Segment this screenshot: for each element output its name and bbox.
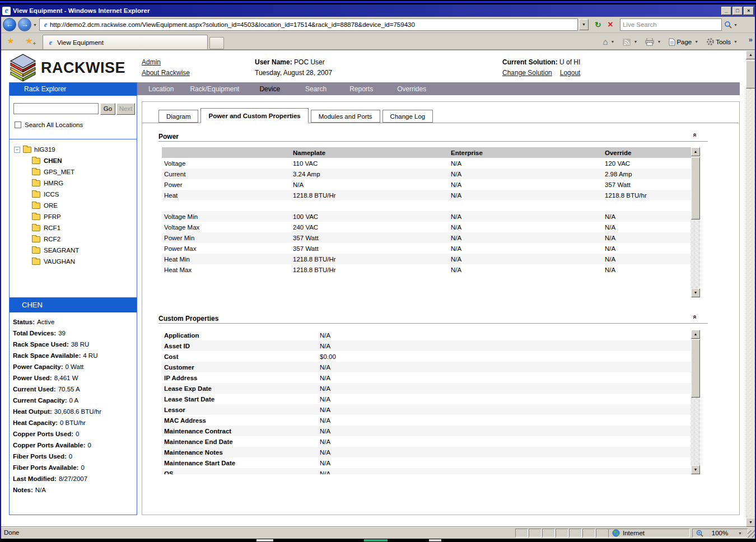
custom-property-row: Lease Exp DateN/A <box>162 383 691 394</box>
change-solution-link[interactable]: Change Solution <box>502 69 552 77</box>
custom-scrollbar[interactable]: ▲ ▼ <box>691 330 700 474</box>
power-scrollbar[interactable]: ▲ ▼ <box>691 147 700 297</box>
detail-tab[interactable]: Power and Custom Properties <box>200 108 308 123</box>
scroll-thumb[interactable] <box>691 157 700 219</box>
next-button[interactable]: Next <box>116 103 135 115</box>
custom-property-row: MAC AddressN/A <box>162 415 691 426</box>
tree-item[interactable]: GPS_MET <box>10 166 137 177</box>
tree-item[interactable]: HMRG <box>10 177 137 189</box>
rack-property: Rack Space Used:38 RU <box>13 339 133 350</box>
zoom-dropdown-icon[interactable]: ▼ <box>738 531 742 535</box>
folder-icon <box>32 225 40 231</box>
rack-property: Status:Active <box>13 316 133 328</box>
forward-button[interactable]: → <box>18 18 31 31</box>
browser-window: e View Equipment - Windows Internet Expl… <box>0 0 756 542</box>
rack-property: Notes:N/A <box>13 484 133 496</box>
tree-item[interactable]: ORE <box>10 200 137 211</box>
page-dropdown-icon[interactable]: ▼ <box>694 40 698 44</box>
scroll-up-icon[interactable]: ▲ <box>691 147 700 156</box>
folder-icon <box>32 169 40 175</box>
search-options-icon[interactable]: ▼ <box>734 23 738 27</box>
user-name-value: POC User <box>294 58 325 66</box>
history-dropdown-icon[interactable]: ▼ <box>33 23 37 27</box>
power-row: Heat Min1218.8 BTU/HrN/AN/A <box>162 254 691 264</box>
tree-item[interactable]: RCF2 <box>10 233 137 245</box>
detail-tab[interactable]: Modules and Ports <box>311 110 380 123</box>
resize-grip[interactable] <box>748 530 755 538</box>
detail-tab[interactable]: Change Log <box>382 110 433 123</box>
rackwise-logo-icon <box>10 54 36 82</box>
live-search-input[interactable] <box>620 18 722 31</box>
nav-item[interactable]: Rack/Equipment <box>190 85 239 93</box>
scroll-down-icon[interactable]: ▼ <box>691 288 700 297</box>
print-button[interactable]: ▼ <box>643 37 665 47</box>
rack-property: Current Capacity:0 A <box>13 395 133 406</box>
custom-section-divider <box>158 323 708 324</box>
scroll-thumb[interactable] <box>691 339 700 398</box>
go-button[interactable]: Go <box>100 103 115 115</box>
status-message: Done <box>4 529 20 536</box>
tree-collapse-icon[interactable]: − <box>14 147 20 153</box>
status-segment <box>569 529 582 538</box>
new-tab-stub[interactable] <box>209 37 224 49</box>
nav-item[interactable]: Location <box>148 85 174 93</box>
back-button[interactable]: ← <box>3 18 16 31</box>
power-table-body: Voltage110 VACN/A120 VAC Current3.24 Amp… <box>162 158 700 275</box>
power-row: Heat1218.8 BTU/HrN/A1218.8 BTU/hr <box>162 190 691 200</box>
browser-tab[interactable]: e View Equipment <box>43 35 208 49</box>
tools-menu-button[interactable]: Tools ▼ <box>704 36 741 47</box>
feeds-icon <box>623 38 631 46</box>
home-button[interactable]: ⌂ ▼ <box>601 37 619 47</box>
favorites-button[interactable]: ★ <box>3 34 18 48</box>
stop-button[interactable]: × <box>604 18 617 31</box>
address-bar[interactable]: e http://demo2.dcm.rackwise.com/ViewEqui… <box>39 18 578 31</box>
add-favorite-button[interactable]: ★+ <box>22 34 36 48</box>
toolbar-overflow-icon[interactable]: » <box>749 35 753 44</box>
admin-link[interactable]: Admin <box>142 57 190 68</box>
page-menu-button[interactable]: Page ▼ <box>667 37 702 47</box>
about-rackwise-link[interactable]: About Rackwise <box>142 68 190 78</box>
home-dropdown-icon[interactable]: ▼ <box>611 40 615 44</box>
refresh-button[interactable]: ↻ <box>592 18 604 31</box>
search-all-locations-checkbox[interactable] <box>15 122 21 128</box>
tools-dropdown-icon[interactable]: ▼ <box>734 40 738 44</box>
collapse-power-icon[interactable]: « <box>691 133 699 137</box>
plus-icon: + <box>33 41 36 46</box>
nav-item[interactable]: Overrides <box>397 85 426 93</box>
collapse-custom-icon[interactable]: « <box>691 315 699 319</box>
feeds-button[interactable]: ▼ <box>621 37 642 47</box>
tree-item[interactable]: SEAGRANT <box>10 245 137 256</box>
scroll-down-icon[interactable]: ▼ <box>691 465 700 474</box>
detail-tab[interactable]: Diagram <box>158 110 198 123</box>
rack-property: Last Modified:8/27/2007 <box>13 473 133 484</box>
minimize-button[interactable]: _ <box>721 7 731 15</box>
url-text[interactable]: http://demo2.dcm.rackwise.com/ViewEquipm… <box>50 21 577 28</box>
print-dropdown-icon[interactable]: ▼ <box>657 40 661 44</box>
scroll-down-icon[interactable]: ▼ <box>746 518 755 527</box>
sidebar-search-input[interactable] <box>13 103 99 114</box>
scroll-up-icon[interactable]: ▲ <box>691 330 700 339</box>
zoom-control[interactable]: 100% ▼ <box>692 529 748 538</box>
browser-scrollbar[interactable]: ▲ ▼ <box>746 50 755 527</box>
nav-item[interactable]: Device <box>259 85 280 93</box>
scroll-up-icon[interactable]: ▲ <box>746 50 755 59</box>
nav-item[interactable]: Search <box>305 85 326 93</box>
tree-root-item[interactable]: − hIG319 <box>10 144 137 155</box>
logout-link[interactable]: Logout <box>560 69 581 77</box>
close-button[interactable]: × <box>744 7 754 15</box>
tree-item[interactable]: PFRP <box>10 211 137 222</box>
nav-item[interactable]: Reports <box>349 85 373 93</box>
rack-property: Total Devices:39 <box>13 328 133 339</box>
tree-root-label: hIG319 <box>34 146 55 153</box>
address-dropdown-button[interactable]: ▼ <box>579 19 589 30</box>
selected-rack-title: CHEN <box>10 298 137 312</box>
maximize-button[interactable]: □ <box>732 7 743 15</box>
tree-item[interactable]: RCF1 <box>10 222 137 233</box>
tree-item[interactable]: ICCS <box>10 189 137 200</box>
search-all-locations-label: Search All Locations <box>25 122 83 128</box>
scroll-thumb[interactable] <box>746 60 755 88</box>
tree-item[interactable]: CHEN <box>10 155 137 166</box>
feeds-dropdown-icon[interactable]: ▼ <box>634 40 638 44</box>
tree-item[interactable]: VAUGHAN <box>10 256 137 267</box>
search-button[interactable]: ▼ <box>722 18 740 31</box>
